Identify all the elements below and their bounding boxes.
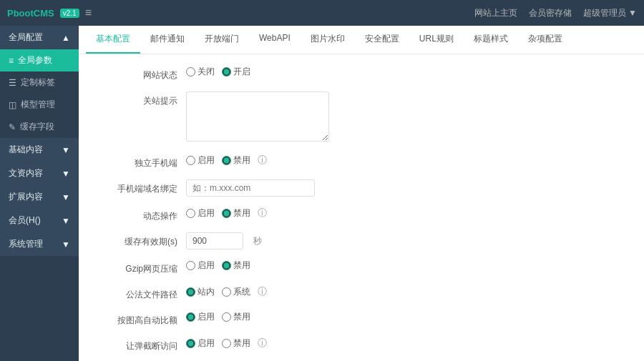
label-cache-expire: 缓存有效期(s) xyxy=(93,232,186,248)
radio-status-close[interactable]: 关闭 xyxy=(186,66,215,78)
radio-ratio-off[interactable]: 禁用 xyxy=(222,311,250,323)
hint-filepath-icon: ⓘ xyxy=(258,285,267,298)
form-row-file-path: 公法文件路径 站内 系统 ⓘ xyxy=(93,285,630,301)
hint-mobile-icon: ⓘ xyxy=(258,154,267,167)
chevron-down-icon-doc: ▼ xyxy=(62,169,70,179)
tab-url-rule[interactable]: URL规则 xyxy=(409,26,464,54)
radio-gzip-off[interactable]: 禁用 xyxy=(222,259,250,272)
control-mobile: 启用 禁用 ⓘ xyxy=(186,154,630,167)
header-logo: PbootCMS xyxy=(7,8,54,19)
tabs-bar: 基本配置 邮件通知 开放端门 WebAPI 图片水印 安全配置 URL规则 标题… xyxy=(79,26,644,54)
doc-content-label: 文资内容 xyxy=(9,167,43,179)
sidebar-group-system: 系统管理 ▼ xyxy=(0,232,79,256)
label-auto-ratio: 按图高自动比额 xyxy=(93,311,186,327)
radio-gzip-on[interactable]: 启用 xyxy=(186,259,215,272)
label-mobile-domain: 手机端域名绑定 xyxy=(93,179,186,195)
label-site-status: 网站状态 xyxy=(93,66,186,81)
main-layout: 全局配置 ▲ ≡ 全局参数 ☰ 定制标签 ◫ 模型管理 ✎ 缓存字段 基础内容 xyxy=(0,26,644,361)
basic-content-label: 基础内容 xyxy=(9,144,43,156)
sidebar-group-doc: 文资内容 ▼ xyxy=(0,162,79,185)
form-row-site-status: 网站状态 关闭 开启 xyxy=(93,66,630,81)
label-block-access: 让弹截断访问 xyxy=(93,337,186,352)
radio-ratio-on[interactable]: 启用 xyxy=(186,311,215,323)
form-row-mobile-domain: 手机端域名绑定 xyxy=(93,179,630,197)
content: 基本配置 邮件通知 开放端门 WebAPI 图片水印 安全配置 URL规则 标题… xyxy=(79,26,644,361)
global-config-label: 全局配置 xyxy=(9,31,43,44)
sidebar-group-global-title[interactable]: 全局配置 ▲ xyxy=(0,26,79,49)
label-close-hint: 关站提示 xyxy=(93,92,186,107)
control-auto-ratio: 启用 禁用 xyxy=(186,311,630,323)
sidebar-item-model-manage[interactable]: ◫ 模型管理 xyxy=(0,94,79,116)
cache-expire-input[interactable] xyxy=(186,232,243,249)
header-right: 网站上主页 会员密存储 超级管理员 ▼ xyxy=(474,7,637,19)
radio-dynamic-off[interactable]: 禁用 xyxy=(222,207,250,219)
menu-toggle-icon[interactable]: ≡ xyxy=(85,6,92,19)
hint-block-icon: ⓘ xyxy=(258,337,267,350)
chevron-up-icon: ▲ xyxy=(62,33,70,43)
form-row-gzip: Gzip网页压缩 启用 禁用 xyxy=(93,259,630,275)
form-row-mobile: 独立手机端 启用 禁用 ⓘ xyxy=(93,154,630,169)
control-site-status: 关闭 开启 xyxy=(186,66,630,78)
tags-icon: ☰ xyxy=(9,78,16,88)
sidebar-group-basic: 基础内容 ▼ xyxy=(0,138,79,162)
control-block-access: 启用 禁用 ⓘ xyxy=(186,337,630,350)
sidebar-item-custom-tags[interactable]: ☰ 定制标签 xyxy=(0,71,79,94)
unit-seconds: 秒 xyxy=(253,235,262,247)
tab-webapi[interactable]: WebAPI xyxy=(249,26,301,54)
chevron-down-icon-ext: ▼ xyxy=(62,192,70,202)
hint-dynamic-icon: ⓘ xyxy=(258,207,267,219)
sidebar-group-global: 全局配置 ▲ ≡ 全局参数 ☰ 定制标签 ◫ 模型管理 ✎ 缓存字段 xyxy=(0,26,79,138)
tab-image-watermark[interactable]: 图片水印 xyxy=(301,26,355,54)
chevron-down-icon-system: ▼ xyxy=(62,239,70,249)
sidebar-item-custom-tags-label: 定制标签 xyxy=(21,76,55,89)
radio-mobile-on[interactable]: 启用 xyxy=(186,154,215,167)
textarea-wrapper xyxy=(186,92,329,144)
form-row-block-access: 让弹截断访问 启用 禁用 ⓘ xyxy=(93,337,630,352)
sidebar-group-ext-title[interactable]: 扩展内容 ▼ xyxy=(0,185,79,209)
radio-mobile-off[interactable]: 禁用 xyxy=(222,154,250,167)
sidebar: 全局配置 ▲ ≡ 全局参数 ☰ 定制标签 ◫ 模型管理 ✎ 缓存字段 基础内容 xyxy=(0,26,79,361)
radio-file-inside[interactable]: 站内 xyxy=(186,286,215,298)
radio-block-off[interactable]: 禁用 xyxy=(222,337,250,350)
member-label: 会员(H() xyxy=(9,214,41,227)
radio-block-on[interactable]: 启用 xyxy=(186,337,215,350)
label-file-path: 公法文件路径 xyxy=(93,285,186,301)
tab-email-notify[interactable]: 邮件通知 xyxy=(140,26,195,54)
mobile-domain-input[interactable] xyxy=(186,179,315,197)
cache-icon: ✎ xyxy=(9,122,16,132)
radio-dynamic-on[interactable]: 启用 xyxy=(186,207,215,219)
radio-file-system[interactable]: 系统 xyxy=(222,286,250,298)
nav-member-link[interactable]: 会员密存储 xyxy=(529,7,572,19)
form-row-dynamic: 动态操作 启用 禁用 ⓘ xyxy=(93,207,630,222)
sidebar-group-member: 会员(H() ▼ xyxy=(0,209,79,232)
tab-open-api[interactable]: 开放端门 xyxy=(195,26,249,54)
sidebar-item-model-manage-label: 模型管理 xyxy=(21,99,55,111)
label-gzip: Gzip网页压缩 xyxy=(93,259,186,275)
label-mobile: 独立手机端 xyxy=(93,154,186,169)
tab-misc-config[interactable]: 杂项配置 xyxy=(518,26,572,54)
sidebar-group-doc-title[interactable]: 文资内容 ▼ xyxy=(0,162,79,185)
header-left: PbootCMS v2.1 ≡ xyxy=(7,6,92,19)
close-hint-textarea[interactable] xyxy=(186,92,329,142)
sidebar-item-cache-field-label: 缓存字段 xyxy=(20,121,54,133)
control-close-hint xyxy=(186,92,630,144)
tab-title-style[interactable]: 标题样式 xyxy=(464,26,518,54)
sidebar-group-ext: 扩展内容 ▼ xyxy=(0,185,79,209)
tab-security[interactable]: 安全配置 xyxy=(355,26,409,54)
sidebar-item-cache-field[interactable]: ✎ 缓存字段 xyxy=(0,116,79,138)
control-file-path: 站内 系统 ⓘ xyxy=(186,285,630,298)
nav-admin-link[interactable]: 超级管理员 ▼ xyxy=(583,7,637,19)
header: PbootCMS v2.1 ≡ 网站上主页 会员密存储 超级管理员 ▼ xyxy=(0,0,644,26)
tab-basic-config[interactable]: 基本配置 xyxy=(86,26,140,54)
nav-website-link[interactable]: 网站上主页 xyxy=(474,7,517,19)
chevron-down-icon-basic: ▼ xyxy=(62,145,70,155)
sidebar-group-member-title[interactable]: 会员(H() ▼ xyxy=(0,209,79,232)
radio-status-open[interactable]: 开启 xyxy=(222,66,250,78)
header-version: v2.1 xyxy=(60,9,79,18)
sidebar-item-global-params[interactable]: ≡ 全局参数 xyxy=(0,49,79,71)
form-row-cache-expire: 缓存有效期(s) 秒 xyxy=(93,232,630,249)
sidebar-group-basic-title[interactable]: 基础内容 ▼ xyxy=(0,138,79,162)
control-cache-expire: 秒 xyxy=(186,232,630,249)
label-dynamic: 动态操作 xyxy=(93,207,186,222)
sidebar-group-system-title[interactable]: 系统管理 ▼ xyxy=(0,232,79,256)
